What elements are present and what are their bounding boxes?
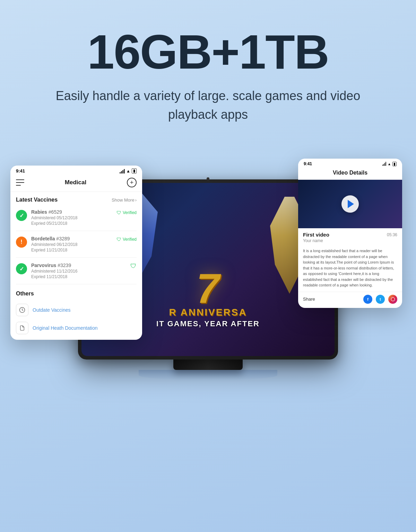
medical-title: Medical bbox=[65, 179, 86, 186]
original-docs-label: Original Heath Documentation bbox=[33, 325, 98, 331]
video-info: First video Your name 05:36 bbox=[298, 228, 402, 245]
vaccine-verified-rabies: 🛡 Verified bbox=[116, 209, 137, 215]
play-button[interactable] bbox=[341, 195, 359, 213]
social-icons: f t ◯ bbox=[363, 295, 397, 304]
medical-app-card: 9:41 ▲ ▮ Medical + Latest Vaccines bbox=[10, 166, 142, 340]
divider-3 bbox=[16, 284, 137, 284]
original-docs-item[interactable]: Original Heath Documentation bbox=[16, 319, 137, 337]
video-username: Your name bbox=[303, 238, 329, 243]
hero-title: 16GB+1TB bbox=[21, 28, 395, 76]
video-title-group: First video Your name bbox=[303, 232, 329, 243]
vaccine-name-parvovirus: Parvovirus #3239 bbox=[31, 263, 126, 268]
vid-battery-icon: ▮ bbox=[392, 162, 397, 166]
share-label: Share bbox=[303, 296, 315, 302]
vaccine-admin-parvovirus: Administered 11/12/2016 bbox=[31, 269, 126, 274]
anniversary-number: 7 bbox=[156, 269, 260, 307]
clock-icon bbox=[16, 304, 28, 316]
vaccine-item-rabies[interactable]: ✓ Rabies #6529 Administered 05/12/2018 E… bbox=[10, 206, 142, 229]
video-thumbnail[interactable] bbox=[298, 180, 402, 228]
hero-section: 16GB+1TB Easily handle a variety of larg… bbox=[0, 0, 416, 138]
vaccine-status-icon-parvovirus: ✓ bbox=[16, 263, 27, 274]
video-status-icons: ▲ ▮ bbox=[382, 162, 397, 166]
vaccine-info-bordetella: Bordetella #3289 Administered 06/12/2018… bbox=[31, 236, 112, 252]
tablet-stand bbox=[173, 360, 243, 370]
vaccine-name-rabies: Rabies #6529 bbox=[31, 209, 112, 215]
vaccine-admin-bordetella: Administered 06/12/2018 bbox=[31, 242, 112, 247]
battery-icon: ▮ bbox=[132, 168, 137, 174]
anniversary-sub: IT GAMES, YEAR AFTER bbox=[156, 319, 260, 328]
medical-status-icons: ▲ ▮ bbox=[120, 168, 137, 174]
video-details-header: Video Details bbox=[298, 168, 402, 180]
video-status-bar: 9:41 ▲ ▮ bbox=[298, 159, 402, 168]
twitter-icon[interactable]: t bbox=[376, 295, 385, 304]
signal-bars bbox=[120, 169, 125, 174]
video-first-label: First video bbox=[303, 232, 329, 238]
video-share-row: Share f t ◯ bbox=[298, 292, 402, 308]
vaccines-section-header: Latest Vaccines Show More › bbox=[10, 192, 142, 206]
tablet-reflection bbox=[139, 370, 277, 380]
signal-bar-1 bbox=[120, 172, 121, 174]
video-description: It is a long established fact that a rea… bbox=[298, 248, 402, 292]
menu-icon[interactable] bbox=[16, 179, 24, 186]
vaccine-status-icon-rabies: ✓ bbox=[16, 210, 27, 221]
outdated-vaccines-item[interactable]: Outdate Vaccines bbox=[16, 301, 137, 319]
video-duration: 05:36 bbox=[387, 232, 397, 237]
anniversary-label: R ANNIVERSA bbox=[156, 307, 260, 318]
outdated-vaccines-label: Outdate Vaccines bbox=[33, 307, 70, 313]
vaccine-expiry-parvovirus: Expried 11/21/2018 bbox=[31, 274, 126, 279]
hero-subtitle: Easily handle a variety of large. scale … bbox=[52, 87, 364, 124]
medical-header: Medical + bbox=[10, 175, 142, 192]
vaccine-item-parvovirus[interactable]: ✓ Parvovirus #3239 Administered 11/12/20… bbox=[10, 259, 142, 283]
signal-bar-2 bbox=[121, 171, 122, 174]
vaccine-status-icon-bordetella: ! bbox=[16, 237, 27, 248]
medical-time: 9:41 bbox=[16, 168, 25, 174]
facebook-icon[interactable]: f bbox=[363, 295, 372, 304]
medical-status-bar: 9:41 ▲ ▮ bbox=[10, 166, 142, 175]
play-triangle bbox=[348, 200, 354, 208]
vaccine-name-bordetella: Bordetella #3289 bbox=[31, 236, 112, 241]
vaccine-expiry-bordetella: Expried 11/21/2018 bbox=[31, 248, 112, 252]
others-title: Others bbox=[16, 291, 137, 297]
vid-wifi-icon: ▲ bbox=[388, 162, 391, 166]
add-button[interactable]: + bbox=[127, 178, 137, 187]
vaccine-info-rabies: Rabies #6529 Administered 05/12/2018 Exp… bbox=[31, 209, 112, 226]
document-icon bbox=[16, 322, 28, 334]
vaccine-shield-parvovirus: 🛡 bbox=[130, 263, 137, 270]
instagram-icon[interactable]: ◯ bbox=[388, 295, 397, 304]
vid-signal-bars bbox=[382, 162, 386, 166]
vaccine-admin-rabies: Administered 05/12/2018 bbox=[31, 215, 112, 220]
vaccine-expiry-rabies: Expried 05/21/2018 bbox=[31, 221, 112, 226]
vaccine-item-bordetella[interactable]: ! Bordetella #3289 Administered 06/12/20… bbox=[10, 232, 142, 256]
tablet-camera bbox=[207, 177, 209, 180]
signal-bar-3 bbox=[122, 170, 123, 174]
video-time: 9:41 bbox=[304, 161, 312, 166]
vaccine-info-parvovirus: Parvovirus #3239 Administered 11/12/2016… bbox=[31, 263, 126, 279]
vaccine-verified-bordetella: 🛡 Verified bbox=[116, 236, 137, 242]
show-more-button[interactable]: Show More › bbox=[112, 197, 137, 203]
video-app-card: 9:41 ▲ ▮ Video Details bbox=[298, 159, 402, 308]
wifi-icon: ▲ bbox=[126, 169, 130, 174]
vaccines-section-title: Latest Vaccines bbox=[16, 197, 58, 203]
video-title-row: First video Your name 05:36 bbox=[303, 232, 397, 243]
others-section: Others Outdate Vaccines Original Heath D… bbox=[10, 286, 142, 340]
signal-bar-4 bbox=[124, 169, 125, 174]
divider-2 bbox=[16, 257, 137, 258]
divider-1 bbox=[16, 231, 137, 231]
anniversary-text: 7 R ANNIVERSA IT GAMES, YEAR AFTER bbox=[156, 269, 260, 328]
device-section: 7 R ANNIVERSA IT GAMES, YEAR AFTER 9:41 bbox=[0, 159, 416, 401]
